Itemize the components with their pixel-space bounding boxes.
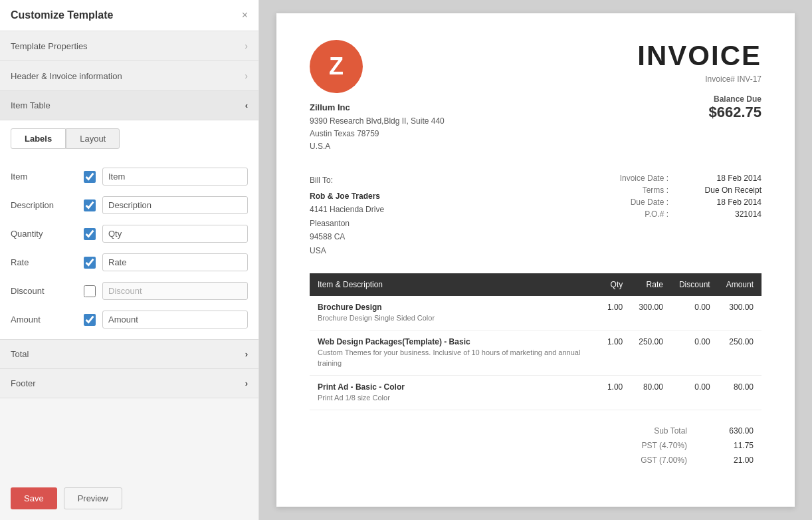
gst-value: 21.00 bbox=[700, 455, 754, 465]
panel-header: Customize Template × bbox=[0, 0, 258, 31]
field-row-amount: Amount bbox=[0, 305, 258, 334]
field-input-amount[interactable] bbox=[102, 311, 248, 328]
meta-row-due: Due Date : 18 Feb 2014 bbox=[620, 197, 761, 207]
meta-value-terms: Due On Receipt bbox=[682, 186, 761, 195]
left-panel: Customize Template × Template Properties… bbox=[0, 0, 259, 520]
invoice-table: Item & Description Qty Rate Discount Amo… bbox=[310, 273, 761, 411]
meta-label-terms: Terms : bbox=[643, 186, 668, 195]
col-header-discount: Discount bbox=[671, 273, 718, 296]
tab-labels[interactable]: Labels bbox=[11, 128, 66, 149]
tab-layout[interactable]: Layout bbox=[66, 128, 120, 149]
field-row-description: Description bbox=[0, 191, 258, 219]
field-input-item[interactable] bbox=[102, 168, 248, 186]
field-checkbox-amount[interactable] bbox=[84, 314, 96, 326]
field-checkbox-quantity[interactable] bbox=[84, 228, 96, 240]
col-header-qty: Qty bbox=[599, 273, 631, 296]
total-row-gst: GST (7.00%) 21.00 bbox=[310, 453, 761, 467]
field-input-rate[interactable] bbox=[102, 253, 248, 271]
bottom-buttons: Save Preview bbox=[0, 477, 258, 520]
close-button[interactable]: × bbox=[242, 9, 248, 21]
col-header-rate: Rate bbox=[631, 273, 671, 296]
field-row-rate: Rate bbox=[0, 248, 258, 277]
field-row-quantity: Quantity bbox=[0, 219, 258, 248]
invoice-top: Z Zillum Inc 9390 Research Blvd,Bldg II,… bbox=[310, 40, 761, 154]
meta-row-po: P.O.# : 321014 bbox=[620, 209, 761, 219]
table-cell-amount-2: 80.00 bbox=[718, 376, 761, 410]
section-footer[interactable]: Footer › bbox=[0, 369, 258, 398]
right-panel: Z Zillum Inc 9390 Research Blvd,Bldg II,… bbox=[259, 0, 812, 520]
meta-value-po: 321014 bbox=[682, 209, 761, 219]
field-input-description[interactable] bbox=[102, 196, 248, 214]
subtotal-label: Sub Total bbox=[594, 426, 687, 436]
section-header-invoice[interactable]: Header & Invoice information › bbox=[0, 61, 258, 91]
total-row-subtotal: Sub Total 630.00 bbox=[310, 424, 761, 438]
table-cell-discount-2: 0.00 bbox=[671, 376, 718, 410]
table-cell-amount-1: 250.00 bbox=[718, 330, 761, 376]
table-cell-rate-2: 80.00 bbox=[631, 376, 671, 410]
client-name: Rob & Joe Traders bbox=[310, 190, 384, 203]
field-row-discount: Discount bbox=[0, 277, 258, 305]
bill-info-row: Bill To: Rob & Joe Traders 4141 Hacienda… bbox=[310, 174, 761, 257]
totals-block: Sub Total 630.00 PST (4.70%) 11.75 GST (… bbox=[310, 424, 761, 467]
field-checkbox-rate[interactable] bbox=[84, 257, 96, 269]
total-row-pst: PST (4.70%) 11.75 bbox=[310, 438, 761, 453]
invoice-title-block: INVOICE Invoice# INV-17 Balance Due $662… bbox=[637, 40, 761, 121]
section-template-properties[interactable]: Template Properties › bbox=[0, 31, 258, 61]
meta-label-po: P.O.# : bbox=[645, 209, 668, 219]
balance-due-amount: $662.75 bbox=[637, 104, 761, 121]
balance-due-label: Balance Due bbox=[637, 94, 761, 104]
field-row-item: Item bbox=[0, 162, 258, 191]
item-table-label: Item Table bbox=[11, 100, 51, 110]
field-checkbox-description[interactable] bbox=[84, 199, 96, 211]
pst-value: 11.75 bbox=[700, 441, 754, 450]
tabs-row: Labels Layout bbox=[0, 120, 258, 157]
client-postal: 94588 CA bbox=[310, 230, 384, 243]
meta-label-due: Due Date : bbox=[631, 197, 668, 207]
field-label-discount: Discount bbox=[11, 286, 77, 296]
item-table-section: Item Table ‹ Labels Layout Item Descript… bbox=[0, 91, 258, 340]
table-row: Brochure Design Brochure Design Single S… bbox=[310, 296, 761, 330]
table-row: Print Ad - Basic - Color Print Ad 1/8 si… bbox=[310, 376, 761, 410]
save-button[interactable]: Save bbox=[11, 487, 57, 509]
field-label-amount: Amount bbox=[11, 315, 77, 325]
table-cell-qty-0: 1.00 bbox=[599, 296, 631, 330]
meta-value-date: 18 Feb 2014 bbox=[682, 174, 761, 183]
table-header-row: Item & Description Qty Rate Discount Amo… bbox=[310, 273, 761, 296]
table-cell-discount-1: 0.00 bbox=[671, 330, 718, 376]
meta-value-due: 18 Feb 2014 bbox=[682, 197, 761, 207]
meta-label-date: Invoice Date : bbox=[620, 174, 668, 183]
chevron-right-icon: › bbox=[245, 70, 248, 81]
client-city: Pleasanton bbox=[310, 217, 384, 230]
table-cell-item-0: Brochure Design Brochure Design Single S… bbox=[310, 296, 599, 330]
preview-button[interactable]: Preview bbox=[64, 487, 122, 509]
section-total[interactable]: Total › bbox=[0, 340, 258, 369]
item-table-header[interactable]: Item Table ‹ bbox=[0, 91, 258, 120]
field-input-discount[interactable] bbox=[102, 282, 248, 300]
total-label: Total bbox=[11, 349, 29, 359]
gst-label: GST (7.00%) bbox=[594, 455, 687, 465]
table-cell-qty-2: 1.00 bbox=[599, 376, 631, 410]
bill-to-block: Bill To: Rob & Joe Traders 4141 Hacienda… bbox=[310, 174, 384, 257]
field-input-quantity[interactable] bbox=[102, 225, 248, 243]
invoice-meta: Invoice Date : 18 Feb 2014 Terms : Due O… bbox=[620, 174, 761, 257]
footer-label: Footer bbox=[11, 378, 36, 388]
table-cell-rate-1: 250.00 bbox=[631, 330, 671, 376]
invoice-number: Invoice# INV-17 bbox=[637, 74, 761, 84]
subtotal-value: 630.00 bbox=[700, 426, 754, 436]
company-logo: Z bbox=[310, 40, 363, 93]
table-cell-amount-0: 300.00 bbox=[718, 296, 761, 330]
template-properties-label: Template Properties bbox=[11, 41, 88, 51]
chevron-right-icon-total: › bbox=[245, 349, 248, 359]
panel-title: Customize Template bbox=[11, 9, 113, 21]
client-address1: 4141 Hacienda Drive bbox=[310, 203, 384, 216]
table-cell-item-2: Print Ad - Basic - Color Print Ad 1/8 si… bbox=[310, 376, 599, 410]
company-block: Z Zillum Inc 9390 Research Blvd,Bldg II,… bbox=[310, 40, 445, 154]
table-row: Web Design Packages(Template) - Basic Cu… bbox=[310, 330, 761, 376]
field-checkbox-discount[interactable] bbox=[84, 285, 96, 297]
chevron-right-icon-footer: › bbox=[245, 378, 248, 388]
field-checkbox-item[interactable] bbox=[84, 171, 96, 183]
chevron-up-icon: ‹ bbox=[245, 100, 248, 110]
field-label-item: Item bbox=[11, 172, 77, 182]
chevron-right-icon: › bbox=[245, 41, 248, 51]
pst-label: PST (4.70%) bbox=[594, 441, 687, 450]
